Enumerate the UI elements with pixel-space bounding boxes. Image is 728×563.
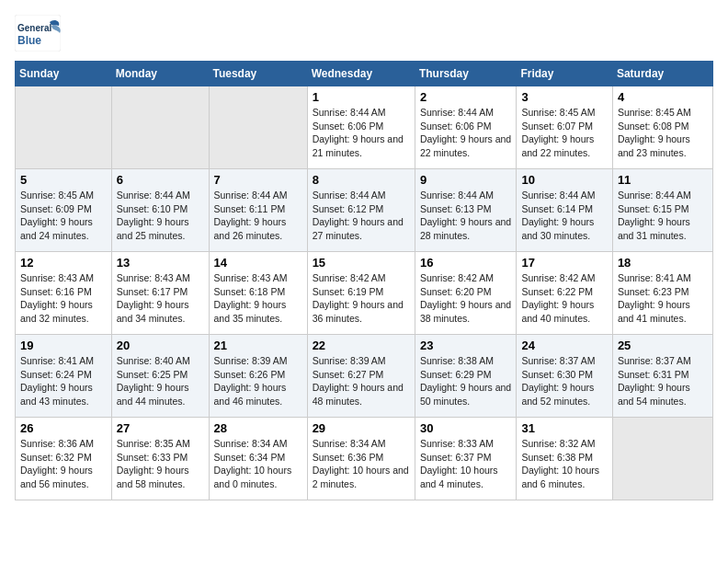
logo-icon: General Blue: [15, 15, 61, 52]
day-info: Sunrise: 8:42 AMSunset: 6:22 PMDaylight:…: [521, 272, 595, 324]
day-cell: 23 Sunrise: 8:38 AMSunset: 6:29 PMDaylig…: [415, 335, 517, 418]
day-info: Sunrise: 8:34 AMSunset: 6:36 PMDaylight:…: [313, 438, 409, 489]
day-number: 24: [521, 339, 607, 352]
day-cell: 24 Sunrise: 8:37 AMSunset: 6:30 PMDaylig…: [517, 335, 612, 418]
week-row-1: 1 Sunrise: 8:44 AMSunset: 6:06 PMDayligh…: [16, 86, 713, 169]
day-info: Sunrise: 8:41 AMSunset: 6:23 PMDaylight:…: [618, 272, 691, 324]
day-cell: 29 Sunrise: 8:34 AMSunset: 6:36 PMDaylig…: [307, 418, 415, 500]
day-info: Sunrise: 8:37 AMSunset: 6:31 PMDaylight:…: [618, 355, 691, 407]
day-number: 13: [117, 256, 204, 270]
day-cell: 7 Sunrise: 8:44 AMSunset: 6:11 PMDayligh…: [209, 169, 307, 252]
day-number: 20: [117, 339, 204, 352]
day-cell: 3 Sunrise: 8:45 AMSunset: 6:07 PMDayligh…: [517, 86, 612, 169]
day-number: 7: [214, 173, 302, 187]
day-cell: 27 Sunrise: 8:35 AMSunset: 6:33 PMDaylig…: [111, 418, 209, 500]
day-cell: 15 Sunrise: 8:42 AMSunset: 6:19 PMDaylig…: [307, 252, 415, 335]
day-info: Sunrise: 8:44 AMSunset: 6:13 PMDaylight:…: [420, 190, 511, 241]
day-cell: 30 Sunrise: 8:33 AMSunset: 6:37 PMDaylig…: [415, 418, 517, 500]
col-header-sunday: Sunday: [16, 62, 112, 86]
day-info: Sunrise: 8:44 AMSunset: 6:15 PMDaylight:…: [618, 190, 691, 241]
col-header-thursday: Thursday: [415, 62, 517, 86]
day-cell: 18 Sunrise: 8:41 AMSunset: 6:23 PMDaylig…: [612, 252, 712, 335]
svg-text:General: General: [17, 23, 51, 33]
day-number: 9: [420, 173, 512, 187]
day-number: 19: [20, 339, 107, 352]
col-header-tuesday: Tuesday: [209, 62, 307, 86]
day-info: Sunrise: 8:45 AMSunset: 6:08 PMDaylight:…: [618, 107, 691, 158]
col-header-friday: Friday: [517, 62, 612, 86]
day-cell: 1 Sunrise: 8:44 AMSunset: 6:06 PMDayligh…: [307, 86, 415, 169]
week-row-4: 19 Sunrise: 8:41 AMSunset: 6:24 PMDaylig…: [16, 335, 713, 418]
day-number: 8: [313, 173, 410, 187]
day-cell: 28 Sunrise: 8:34 AMSunset: 6:34 PMDaylig…: [209, 418, 307, 500]
day-number: 18: [618, 256, 708, 270]
col-header-wednesday: Wednesday: [307, 62, 415, 86]
day-cell: 16 Sunrise: 8:42 AMSunset: 6:20 PMDaylig…: [415, 252, 517, 335]
header: General Blue: [15, 15, 713, 52]
day-number: 17: [521, 256, 607, 270]
week-row-3: 12 Sunrise: 8:43 AMSunset: 6:16 PMDaylig…: [16, 252, 713, 335]
day-info: Sunrise: 8:39 AMSunset: 6:27 PMDaylight:…: [313, 355, 404, 407]
day-number: 29: [313, 421, 410, 435]
svg-text:Blue: Blue: [17, 34, 41, 47]
day-info: Sunrise: 8:44 AMSunset: 6:11 PMDaylight:…: [214, 190, 288, 241]
day-info: Sunrise: 8:44 AMSunset: 6:12 PMDaylight:…: [313, 190, 404, 241]
logo: General Blue: [15, 15, 61, 52]
day-number: 11: [618, 173, 708, 187]
day-number: 28: [214, 421, 302, 435]
day-number: 27: [117, 421, 204, 435]
day-info: Sunrise: 8:42 AMSunset: 6:19 PMDaylight:…: [313, 272, 404, 324]
day-cell: 14 Sunrise: 8:43 AMSunset: 6:18 PMDaylig…: [209, 252, 307, 335]
day-cell: 12 Sunrise: 8:43 AMSunset: 6:16 PMDaylig…: [16, 252, 112, 335]
day-number: 10: [521, 173, 607, 187]
day-info: Sunrise: 8:41 AMSunset: 6:24 PMDaylight:…: [20, 355, 94, 407]
day-number: 2: [420, 90, 512, 104]
day-number: 15: [313, 256, 410, 270]
day-number: 5: [20, 173, 107, 187]
day-cell: 21 Sunrise: 8:39 AMSunset: 6:26 PMDaylig…: [209, 335, 307, 418]
day-number: 31: [521, 421, 607, 435]
day-number: 14: [214, 256, 302, 270]
day-number: 22: [313, 339, 410, 352]
day-cell: 4 Sunrise: 8:45 AMSunset: 6:08 PMDayligh…: [612, 86, 712, 169]
calendar-table: SundayMondayTuesdayWednesdayThursdayFrid…: [15, 61, 713, 500]
day-cell: [16, 86, 112, 169]
week-row-2: 5 Sunrise: 8:45 AMSunset: 6:09 PMDayligh…: [16, 169, 713, 252]
day-cell: 17 Sunrise: 8:42 AMSunset: 6:22 PMDaylig…: [517, 252, 612, 335]
day-cell: 8 Sunrise: 8:44 AMSunset: 6:12 PMDayligh…: [307, 169, 415, 252]
day-info: Sunrise: 8:43 AMSunset: 6:18 PMDaylight:…: [214, 272, 288, 324]
day-number: 30: [420, 421, 512, 435]
day-info: Sunrise: 8:45 AMSunset: 6:07 PMDaylight:…: [521, 107, 595, 158]
day-info: Sunrise: 8:35 AMSunset: 6:33 PMDaylight:…: [117, 438, 190, 489]
day-cell: 6 Sunrise: 8:44 AMSunset: 6:10 PMDayligh…: [111, 169, 209, 252]
day-info: Sunrise: 8:44 AMSunset: 6:06 PMDaylight:…: [420, 107, 511, 158]
day-number: 26: [20, 421, 107, 435]
day-info: Sunrise: 8:32 AMSunset: 6:38 PMDaylight:…: [521, 438, 599, 489]
day-cell: 9 Sunrise: 8:44 AMSunset: 6:13 PMDayligh…: [415, 169, 517, 252]
day-cell: 26 Sunrise: 8:36 AMSunset: 6:32 PMDaylig…: [16, 418, 112, 500]
day-cell: 5 Sunrise: 8:45 AMSunset: 6:09 PMDayligh…: [16, 169, 112, 252]
day-number: 4: [618, 90, 708, 104]
day-number: 12: [20, 256, 107, 270]
day-number: 23: [420, 339, 512, 352]
day-info: Sunrise: 8:43 AMSunset: 6:17 PMDaylight:…: [117, 272, 190, 324]
day-cell: 10 Sunrise: 8:44 AMSunset: 6:14 PMDaylig…: [517, 169, 612, 252]
week-row-5: 26 Sunrise: 8:36 AMSunset: 6:32 PMDaylig…: [16, 418, 713, 500]
day-info: Sunrise: 8:44 AMSunset: 6:10 PMDaylight:…: [117, 190, 190, 241]
day-cell: 2 Sunrise: 8:44 AMSunset: 6:06 PMDayligh…: [415, 86, 517, 169]
day-info: Sunrise: 8:33 AMSunset: 6:37 PMDaylight:…: [420, 438, 498, 489]
day-number: 3: [521, 90, 607, 104]
day-cell: 20 Sunrise: 8:40 AMSunset: 6:25 PMDaylig…: [111, 335, 209, 418]
day-info: Sunrise: 8:44 AMSunset: 6:06 PMDaylight:…: [313, 107, 404, 158]
day-info: Sunrise: 8:37 AMSunset: 6:30 PMDaylight:…: [521, 355, 595, 407]
day-number: 16: [420, 256, 512, 270]
day-cell: 31 Sunrise: 8:32 AMSunset: 6:38 PMDaylig…: [517, 418, 612, 500]
day-cell: 11 Sunrise: 8:44 AMSunset: 6:15 PMDaylig…: [612, 169, 712, 252]
day-cell: [111, 86, 209, 169]
day-info: Sunrise: 8:43 AMSunset: 6:16 PMDaylight:…: [20, 272, 94, 324]
col-header-saturday: Saturday: [612, 62, 712, 86]
col-header-monday: Monday: [111, 62, 209, 86]
day-number: 1: [313, 90, 410, 104]
day-info: Sunrise: 8:34 AMSunset: 6:34 PMDaylight:…: [214, 438, 292, 489]
day-cell: [209, 86, 307, 169]
